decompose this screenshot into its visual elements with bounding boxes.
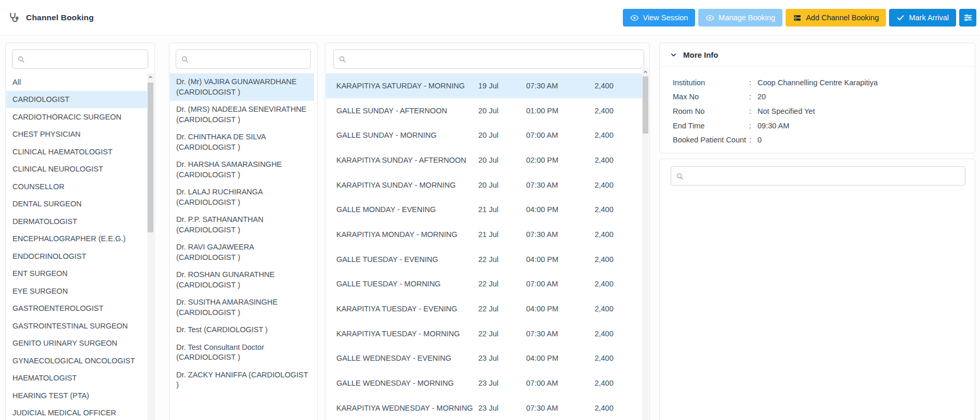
specialty-label: DERMATOLOGIST bbox=[12, 217, 77, 226]
specialty-item[interactable]: EYE SURGEON bbox=[6, 282, 147, 300]
specialty-label: ENCEPHALOGRAPHER (E.E.G.) bbox=[12, 234, 126, 243]
session-date: 21 Jul bbox=[478, 205, 526, 214]
session-date: 22 Jul bbox=[478, 255, 526, 264]
session-search-input[interactable] bbox=[333, 49, 644, 69]
doctor-name: Dr. RAVI GAJAWEERA (CARDIOLOGIST ) bbox=[176, 243, 254, 261]
doctor-item[interactable]: Dr. LALAJ RUCHIRANGA (CARDIOLOGIST ) bbox=[170, 183, 314, 211]
doctor-search-input[interactable] bbox=[176, 49, 311, 69]
session-fee: 2,400 bbox=[584, 354, 613, 362]
session-name: GALLE TUESDAY - EVENING bbox=[336, 255, 478, 264]
session-date: 23 Jul bbox=[478, 354, 526, 362]
specialty-item[interactable]: CLINICAL HAEMATOLOGIST bbox=[6, 143, 147, 161]
specialty-item[interactable]: DENTAL SURGEON bbox=[6, 195, 147, 213]
session-name: GALLE SUNDAY - MORNING bbox=[336, 131, 478, 139]
specialty-label: CLINICAL HAEMATOLOGIST bbox=[12, 148, 112, 156]
doctor-item[interactable]: Dr. ROSHAN GUNARATHNE (CARDIOLOGIST ) bbox=[170, 266, 314, 294]
info-value: Not Specified Yet bbox=[757, 107, 975, 115]
session-row[interactable]: GALLE TUESDAY - EVENING 22 Jul 04:00 PM … bbox=[326, 247, 642, 272]
session-row[interactable]: KARAPITIYA SUNDAY - MORNING 20 Jul 07:30… bbox=[326, 173, 642, 198]
specialty-scrollbar[interactable] bbox=[147, 73, 154, 420]
specialty-label: CLINICAL NEUROLOGIST bbox=[12, 165, 103, 173]
specialty-item[interactable]: GASTROINTESTINAL SURGEON bbox=[6, 317, 147, 335]
doctor-item[interactable]: Dr. ZACKY HANIFFA (CARDIOLOGIST ) bbox=[170, 366, 314, 394]
doctor-item[interactable]: Dr. SUSITHA AMARASINGHE (CARDIOLOGIST ) bbox=[170, 294, 314, 321]
chevron-down-icon bbox=[670, 51, 677, 58]
info-label: Booked Patient Count bbox=[673, 136, 749, 144]
specialty-item[interactable]: COUNSELLOR bbox=[6, 178, 147, 195]
session-row[interactable]: KARAPITIYA MONDAY - MORNING 21 Jul 07:30… bbox=[326, 222, 642, 247]
more-info-rows: Institution : Coop Channelling Centre Ka… bbox=[660, 67, 975, 147]
session-panel: KARAPITIYA SATURDAY - MORNING 19 Jul 07:… bbox=[325, 43, 650, 420]
session-scrollbar[interactable] bbox=[642, 68, 649, 420]
specialty-list: All CARDIOLOGIST CARDIOTHORACIC SURGEON … bbox=[6, 73, 147, 420]
session-time: 01:00 PM bbox=[526, 107, 584, 115]
doctor-item[interactable]: Dr. (Mr) VAJIRA GUNAWARDHANE (CARDIOLOGI… bbox=[170, 73, 314, 101]
view-session-button[interactable]: View Session bbox=[623, 9, 696, 27]
specialty-item[interactable]: HEARING TEST (PTA) bbox=[6, 387, 147, 404]
specialty-item[interactable]: ENT SURGEON bbox=[6, 265, 147, 283]
search-icon bbox=[338, 55, 346, 63]
session-fee: 2,400 bbox=[584, 107, 613, 115]
specialty-item[interactable]: GASTROENTEROLOGIST bbox=[6, 300, 147, 318]
doctor-item[interactable]: Dr. HARSHA SAMARASINGHE (CARDIOLOGIST ) bbox=[170, 156, 314, 183]
session-row[interactable]: KARAPITIYA SATURDAY - MORNING 19 Jul 07:… bbox=[326, 73, 642, 98]
mark-arrival-label: Mark Arrival bbox=[909, 14, 949, 22]
doctor-item[interactable]: Dr. Test Consultant Doctor (CARDIOLOGIST… bbox=[170, 339, 314, 366]
scroll-up-icon[interactable] bbox=[642, 68, 649, 75]
session-row[interactable]: GALLE TUESDAY - MORNING 22 Jul 07:00 AM … bbox=[326, 272, 642, 297]
session-row[interactable]: GALLE SUNDAY - MORNING 20 Jul 07:00 AM 2… bbox=[326, 123, 642, 148]
scrollbar-thumb[interactable] bbox=[148, 83, 153, 232]
search-icon bbox=[181, 55, 189, 63]
scroll-up-icon[interactable] bbox=[147, 73, 154, 81]
session-row[interactable]: KARAPITIYA WEDNESDAY - MORNING 23 Jul 07… bbox=[326, 396, 642, 420]
manage-booking-button[interactable]: Manage Booking bbox=[698, 9, 782, 27]
patient-search-input[interactable] bbox=[671, 166, 965, 186]
session-date: 22 Jul bbox=[478, 305, 526, 313]
session-row[interactable]: KARAPITIYA SUNDAY - AFTERNOON 20 Jul 02:… bbox=[326, 148, 642, 173]
session-name: KARAPITIYA WEDNESDAY - MORNING bbox=[336, 404, 478, 412]
specialty-item[interactable]: CARDIOLOGIST bbox=[6, 91, 147, 109]
session-fee: 2,400 bbox=[584, 305, 613, 313]
specialty-item[interactable]: GENITO URINARY SURGEON bbox=[6, 335, 147, 352]
session-row[interactable]: GALLE SUNDAY - AFTERNOON 20 Jul 01:00 PM… bbox=[326, 98, 642, 123]
session-fee: 2,400 bbox=[584, 131, 613, 139]
session-name: KARAPITIYA SUNDAY - AFTERNOON bbox=[336, 156, 478, 164]
session-date: 20 Jul bbox=[478, 156, 526, 164]
session-row[interactable]: KARAPITIYA TUESDAY - EVENING 22 Jul 04:0… bbox=[326, 296, 642, 321]
doctor-item[interactable]: Dr. RAVI GAJAWEERA (CARDIOLOGIST ) bbox=[170, 239, 314, 266]
session-date: 20 Jul bbox=[478, 181, 526, 189]
specialty-item[interactable]: CARDIOTHORACIC SURGEON bbox=[6, 108, 147, 126]
doctor-item[interactable]: Dr. Test (CARDIOLOGIST ) bbox=[170, 321, 314, 339]
doctor-item[interactable]: Dr. (MRS) NADEEJA SENEVIRATHNE (CARDIOLO… bbox=[170, 101, 314, 128]
doctor-item[interactable]: Dr. CHINTHAKA DE SILVA (CARDIOLOGIST ) bbox=[170, 128, 314, 156]
session-time: 04:00 PM bbox=[526, 354, 584, 362]
specialty-item[interactable]: CHEST PHYSICIAN bbox=[6, 126, 147, 143]
doctor-name: Dr. SUSITHA AMARASINGHE (CARDIOLOGIST ) bbox=[176, 298, 278, 317]
specialty-item[interactable]: ENDOCRINOLOGIST bbox=[6, 247, 147, 265]
more-info-toggle[interactable]: More Info bbox=[660, 43, 975, 67]
specialty-search-input[interactable] bbox=[12, 49, 148, 69]
session-row[interactable]: GALLE MONDAY - EVENING 21 Jul 04:00 PM 2… bbox=[326, 197, 642, 222]
specialty-label: GENITO URINARY SURGEON bbox=[12, 339, 117, 347]
specialty-item[interactable]: GYNAECOLOGICAL ONCOLOGIST bbox=[6, 352, 147, 370]
add-channel-booking-button[interactable]: Add Channel Booking bbox=[786, 9, 886, 27]
specialty-item[interactable]: DERMATOLOGIST bbox=[6, 213, 147, 230]
more-info-row: Booked Patient Count : 0 bbox=[673, 133, 975, 147]
specialty-item[interactable]: ENCEPHALOGRAPHER (E.E.G.) bbox=[6, 230, 147, 248]
session-date: 20 Jul bbox=[478, 107, 526, 115]
doctor-item[interactable]: Dr. P.P. SATHANANTHAN (CARDIOLOGIST ) bbox=[170, 211, 314, 239]
specialty-item[interactable]: CLINICAL NEUROLOGIST bbox=[6, 161, 147, 178]
session-row[interactable]: GALLE WEDNESDAY - EVENING 23 Jul 04:00 P… bbox=[326, 346, 642, 371]
specialty-label: CARDIOLOGIST bbox=[12, 95, 70, 103]
filter-button[interactable] bbox=[959, 9, 976, 27]
session-time: 07:30 AM bbox=[526, 82, 584, 90]
specialty-item[interactable]: All bbox=[6, 73, 147, 91]
scrollbar-thumb[interactable] bbox=[643, 76, 648, 134]
session-row[interactable]: KARAPITIYA TUESDAY - MORNING 22 Jul 07:3… bbox=[326, 321, 642, 346]
mark-arrival-button[interactable]: Mark Arrival bbox=[889, 9, 956, 27]
session-row[interactable]: GALLE WEDNESDAY - MORNING 23 Jul 07:00 A… bbox=[326, 371, 642, 396]
specialty-label: GASTROENTEROLOGIST bbox=[12, 304, 103, 312]
specialty-item[interactable]: JUDICIAL MEDICAL OFFICER bbox=[6, 404, 147, 420]
specialty-item[interactable]: HAEMATOLOGIST bbox=[6, 370, 147, 387]
session-name: GALLE WEDNESDAY - MORNING bbox=[336, 379, 478, 387]
